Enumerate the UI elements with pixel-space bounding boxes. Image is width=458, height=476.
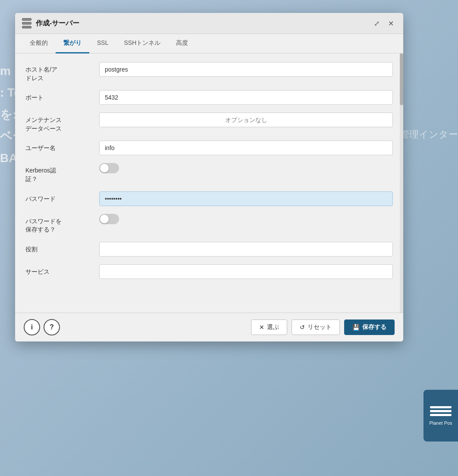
maintenance-db-input[interactable] <box>99 113 393 127</box>
info-button[interactable]: i <box>24 319 40 335</box>
service-row: サービス <box>25 264 393 279</box>
server-icon <box>22 18 31 28</box>
reset-label: リセット <box>307 323 332 331</box>
role-control <box>99 242 393 257</box>
info-icon: i <box>31 323 33 331</box>
select-label: 選ぶ <box>267 323 279 331</box>
save-password-label: パスワードを保存する？ <box>25 214 92 234</box>
bg-right-text: 管理インター <box>400 125 458 144</box>
hostname-label: ホスト名/アドレス <box>25 62 92 82</box>
username-label: ユーザー名 <box>25 141 92 153</box>
scrollbar-thumb[interactable] <box>400 53 403 105</box>
save-icon: 💾 <box>352 324 360 331</box>
dialog-content: ホスト名/アドレス ポート メンテナンスデータベース <box>15 53 403 313</box>
hostname-control <box>99 62 393 77</box>
select-button[interactable]: ✕ 選ぶ <box>251 319 287 335</box>
kerberos-label: Kerberos認証？ <box>25 163 92 183</box>
kerberos-toggle-track <box>99 163 119 173</box>
kerberos-control <box>99 163 393 175</box>
footer-right: ✕ 選ぶ ↺ リセット 💾 保存する <box>251 319 395 335</box>
kerberos-row: Kerberos認証？ <box>25 163 393 183</box>
save-password-toggle-track <box>99 214 119 224</box>
help-icon: ? <box>50 323 54 331</box>
save-password-row: パスワードを保存する？ <box>25 214 393 234</box>
footer-left: i ? <box>24 319 60 335</box>
maximize-button[interactable]: ⤢ <box>371 19 382 28</box>
dialog-title-left: 作成-サーバー <box>22 18 79 28</box>
close-button[interactable]: ✕ <box>386 19 396 28</box>
tab-ssl[interactable]: SSL <box>89 34 116 53</box>
planet-pos-widget: Planet Pos <box>423 390 458 442</box>
save-password-toggle[interactable] <box>99 214 119 224</box>
save-label: 保存する <box>362 323 386 331</box>
password-input[interactable] <box>99 191 393 206</box>
port-input[interactable] <box>99 90 393 105</box>
scrollbar-track <box>400 53 403 313</box>
maintenance-db-control <box>99 113 393 127</box>
planet-pos-label: Planet Pos <box>429 420 452 426</box>
role-input[interactable] <box>99 242 393 257</box>
save-button[interactable]: 💾 保存する <box>344 319 395 335</box>
hostname-input[interactable] <box>99 62 393 77</box>
port-control <box>99 90 393 105</box>
username-control <box>99 141 393 155</box>
reset-button[interactable]: ↺ リセット <box>292 319 340 335</box>
dialog-title-buttons: ⤢ ✕ <box>371 19 396 28</box>
tab-general[interactable]: 全般的 <box>22 34 56 53</box>
service-control <box>99 264 393 279</box>
tab-advanced[interactable]: 高度 <box>168 34 196 53</box>
reset-icon: ↺ <box>300 324 305 331</box>
kerberos-toggle[interactable] <box>99 163 119 173</box>
role-row: 役割 <box>25 242 393 257</box>
password-row: パスワード <box>25 191 393 206</box>
service-label: サービス <box>25 264 92 276</box>
service-input[interactable] <box>99 264 393 279</box>
select-icon: ✕ <box>259 324 264 331</box>
dialog: 作成-サーバー ⤢ ✕ 全般的 繋がり SSL SSHトンネル 高度 ホスト名/… <box>15 13 403 341</box>
port-label: ポート <box>25 90 92 102</box>
dialog-title: 作成-サーバー <box>36 19 79 28</box>
tab-connection[interactable]: 繋がり <box>56 34 89 53</box>
save-password-control <box>99 214 393 226</box>
help-button[interactable]: ? <box>44 319 60 335</box>
username-input[interactable] <box>99 141 393 155</box>
password-label: パスワード <box>25 191 92 204</box>
hostname-row: ホスト名/アドレス <box>25 62 393 82</box>
password-control <box>99 191 393 206</box>
tab-ssh-tunnel[interactable]: SSHトンネル <box>116 34 168 53</box>
dialog-footer: i ? ✕ 選ぶ ↺ リセット 💾 保存する <box>15 313 403 341</box>
port-row: ポート <box>25 90 393 105</box>
dialog-tabs: 全般的 繋がり SSL SSHトンネル 高度 <box>15 34 403 53</box>
maintenance-db-label: メンテナンスデータベース <box>25 113 92 133</box>
username-row: ユーザー名 <box>25 141 393 155</box>
kerberos-toggle-thumb <box>100 164 109 172</box>
dialog-titlebar: 作成-サーバー ⤢ ✕ <box>15 13 403 34</box>
maintenance-db-row: メンテナンスデータベース <box>25 113 393 133</box>
save-password-toggle-thumb <box>100 215 109 223</box>
role-label: 役割 <box>25 242 92 254</box>
